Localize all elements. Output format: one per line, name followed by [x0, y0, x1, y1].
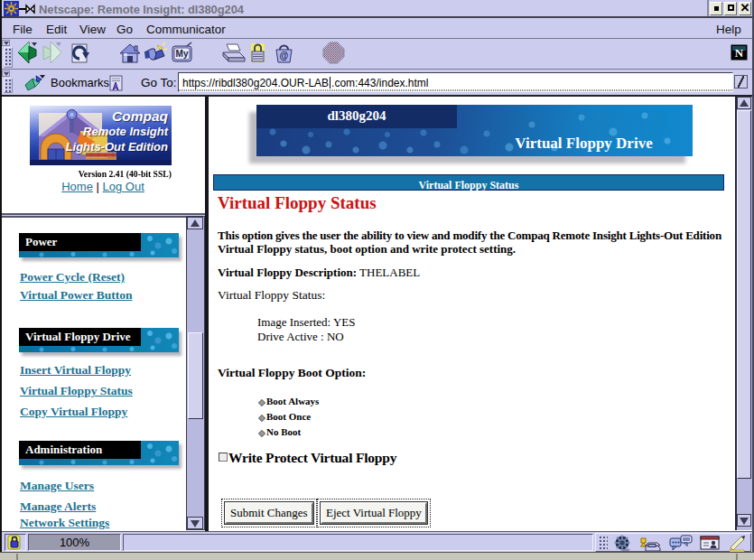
svg-text:@: @ — [280, 51, 289, 61]
svg-text:N: N — [735, 46, 744, 60]
svg-text:My: My — [176, 49, 189, 59]
